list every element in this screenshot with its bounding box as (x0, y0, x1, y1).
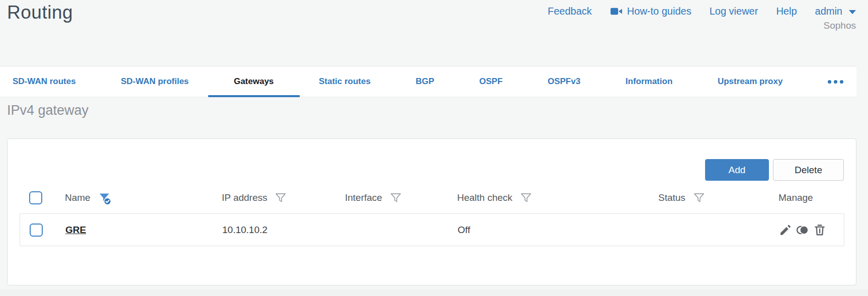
user-menu-label: admin (815, 6, 842, 17)
gateway-ip-address: 10.10.10.2 (222, 225, 345, 236)
table-header: Name IP address Interface Health check (20, 187, 844, 208)
column-header-interface: Interface (345, 192, 382, 203)
chevron-down-icon (849, 10, 856, 14)
tab-upstream-proxy[interactable]: Upstream proxy (718, 66, 783, 97)
row-checkbox[interactable] (30, 224, 43, 237)
gateway-health-check: Off (458, 225, 659, 236)
help-link[interactable]: Help (776, 6, 797, 17)
feedback-link[interactable]: Feedback (548, 6, 592, 17)
log-viewer-link[interactable]: Log viewer (710, 6, 758, 17)
filter-icon[interactable] (519, 191, 533, 204)
column-header-ip-address: IP address (222, 192, 267, 203)
tab-bgp[interactable]: BGP (416, 66, 435, 97)
edit-icon[interactable] (779, 224, 792, 237)
clone-icon[interactable] (796, 224, 809, 237)
delete-row-icon[interactable] (813, 224, 826, 237)
tab-ospfv3[interactable]: OSPFv3 (548, 66, 580, 97)
filter-active-icon[interactable] (98, 191, 112, 206)
section-heading: IPv4 gateway (7, 103, 89, 118)
add-button[interactable]: Add (705, 159, 769, 181)
howto-guides-label: How-to guides (627, 6, 691, 17)
column-header-name: Name (65, 192, 91, 203)
column-header-manage: Manage (778, 192, 813, 203)
tab-sd-wan-profiles[interactable]: SD-WAN profiles (121, 66, 189, 97)
ellipsis-icon (828, 80, 831, 84)
table-row: GRE 10.10.10.2 Off (20, 213, 844, 246)
more-tabs-button[interactable] (828, 66, 843, 97)
column-header-status: Status (658, 192, 685, 203)
brand-label: Sophos (824, 20, 856, 31)
tab-static-routes[interactable]: Static routes (319, 66, 371, 97)
tab-information[interactable]: Information (626, 66, 673, 97)
tab-ospf[interactable]: OSPF (479, 66, 502, 97)
select-all-checkbox[interactable] (29, 191, 42, 204)
column-header-health-check: Health check (457, 192, 512, 203)
tab-sd-wan-routes[interactable]: SD-WAN routes (13, 66, 76, 97)
tab-gateways[interactable]: Gateways (234, 66, 274, 97)
gateway-name-link[interactable]: GRE (65, 225, 86, 236)
routing-tabbar: SD-WAN routes SD-WAN profiles Gateways S… (0, 66, 856, 97)
delete-button[interactable]: Delete (773, 159, 844, 181)
page-bottom-edge (0, 289, 868, 296)
header-utility-area: Feedback How-to guides Log viewer Help a… (548, 5, 856, 31)
filter-icon[interactable] (389, 191, 402, 204)
video-camera-icon (610, 5, 623, 18)
user-menu[interactable]: admin (815, 6, 856, 17)
howto-guides-link[interactable]: How-to guides (610, 5, 691, 18)
filter-icon[interactable] (692, 191, 706, 204)
ipv4-gateway-panel: Add Delete Name IP address Interface (7, 138, 856, 285)
filter-icon[interactable] (274, 191, 287, 204)
page-title: Routing (7, 2, 73, 23)
